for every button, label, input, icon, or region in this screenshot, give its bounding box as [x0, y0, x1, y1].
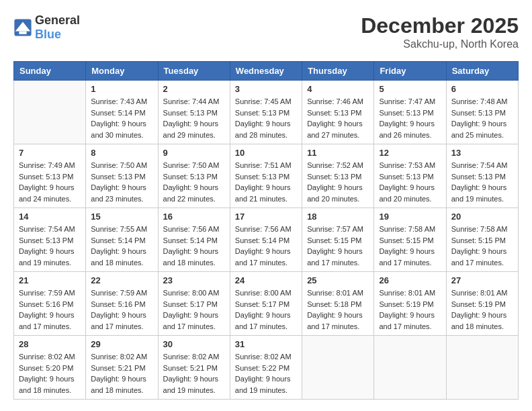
day-info: Sunrise: 8:02 AMSunset: 5:22 PMDaylight:… [235, 351, 297, 396]
day-info: Sunrise: 7:56 AMSunset: 5:14 PMDaylight:… [163, 224, 225, 268]
day-number: 27 [451, 275, 513, 285]
day-cell [302, 336, 374, 400]
day-cell: 8Sunrise: 7:50 AMSunset: 5:13 PMDaylight… [86, 144, 158, 208]
day-cell: 15Sunrise: 7:55 AMSunset: 5:14 PMDayligh… [86, 208, 158, 272]
month-year: December 2025 [361, 13, 519, 38]
week-row-5: 28Sunrise: 8:02 AMSunset: 5:20 PMDayligh… [14, 336, 519, 400]
day-info: Sunrise: 7:48 AMSunset: 5:13 PMDaylight:… [451, 96, 513, 140]
day-info: Sunrise: 8:01 AMSunset: 5:19 PMDaylight:… [379, 287, 441, 332]
day-cell: 9Sunrise: 7:50 AMSunset: 5:13 PMDaylight… [158, 144, 230, 208]
day-info: Sunrise: 8:01 AMSunset: 5:18 PMDaylight:… [307, 287, 369, 332]
day-number: 22 [91, 275, 152, 285]
day-cell: 3Sunrise: 7:45 AMSunset: 5:13 PMDaylight… [230, 81, 302, 144]
day-info: Sunrise: 7:56 AMSunset: 5:14 PMDaylight:… [235, 224, 297, 268]
day-cell: 25Sunrise: 8:01 AMSunset: 5:18 PMDayligh… [302, 272, 374, 336]
day-number: 19 [379, 212, 441, 222]
day-info: Sunrise: 7:57 AMSunset: 5:15 PMDaylight:… [307, 224, 369, 268]
day-info: Sunrise: 7:44 AMSunset: 5:13 PMDaylight:… [163, 96, 225, 140]
day-number: 3 [235, 84, 297, 94]
day-cell: 7Sunrise: 7:49 AMSunset: 5:13 PMDaylight… [14, 144, 86, 208]
day-number: 12 [379, 148, 441, 158]
weekday-header-friday: Friday [374, 62, 446, 81]
day-number: 10 [235, 148, 297, 158]
day-info: Sunrise: 7:54 AMSunset: 5:13 PMDaylight:… [19, 224, 81, 268]
weekday-header-monday: Monday [86, 62, 158, 81]
weekday-header-row: SundayMondayTuesdayWednesdayThursdayFrid… [14, 62, 519, 81]
day-number: 14 [19, 212, 81, 222]
day-number: 6 [451, 84, 513, 94]
day-cell: 22Sunrise: 7:59 AMSunset: 5:16 PMDayligh… [86, 272, 158, 336]
day-cell: 18Sunrise: 7:57 AMSunset: 5:15 PMDayligh… [302, 208, 374, 272]
svg-rect-2 [19, 32, 26, 34]
day-info: Sunrise: 7:52 AMSunset: 5:13 PMDaylight:… [307, 160, 369, 204]
week-row-3: 14Sunrise: 7:54 AMSunset: 5:13 PMDayligh… [14, 208, 519, 272]
day-info: Sunrise: 7:59 AMSunset: 5:16 PMDaylight:… [91, 287, 152, 332]
day-info: Sunrise: 7:54 AMSunset: 5:13 PMDaylight:… [451, 160, 513, 204]
week-row-4: 21Sunrise: 7:59 AMSunset: 5:16 PMDayligh… [14, 272, 519, 336]
calendar: SundayMondayTuesdayWednesdayThursdayFrid… [13, 61, 519, 400]
day-info: Sunrise: 8:01 AMSunset: 5:19 PMDaylight:… [451, 287, 513, 332]
day-number: 8 [91, 148, 152, 158]
day-cell [374, 336, 446, 400]
day-number: 25 [307, 275, 369, 285]
day-cell: 23Sunrise: 8:00 AMSunset: 5:17 PMDayligh… [158, 272, 230, 336]
day-number: 17 [235, 212, 297, 222]
day-cell: 21Sunrise: 7:59 AMSunset: 5:16 PMDayligh… [14, 272, 86, 336]
logo-general: General [35, 13, 80, 27]
day-cell: 20Sunrise: 7:58 AMSunset: 5:15 PMDayligh… [446, 208, 518, 272]
title-area: December 2025 Sakchu-up, North Korea [361, 13, 519, 50]
weekday-header-tuesday: Tuesday [158, 62, 230, 81]
day-cell: 13Sunrise: 7:54 AMSunset: 5:13 PMDayligh… [446, 144, 518, 208]
day-number: 29 [91, 339, 152, 349]
day-number: 28 [19, 339, 81, 349]
logo-icon [13, 18, 32, 37]
day-cell: 10Sunrise: 7:51 AMSunset: 5:13 PMDayligh… [230, 144, 302, 208]
day-number: 7 [19, 148, 81, 158]
day-info: Sunrise: 8:02 AMSunset: 5:20 PMDaylight:… [19, 351, 81, 396]
day-cell: 4Sunrise: 7:46 AMSunset: 5:13 PMDaylight… [302, 81, 374, 144]
day-number: 5 [379, 84, 441, 94]
day-info: Sunrise: 7:50 AMSunset: 5:13 PMDaylight:… [91, 160, 152, 204]
day-info: Sunrise: 8:00 AMSunset: 5:17 PMDaylight:… [163, 287, 225, 332]
day-info: Sunrise: 8:00 AMSunset: 5:17 PMDaylight:… [235, 287, 297, 332]
day-cell: 14Sunrise: 7:54 AMSunset: 5:13 PMDayligh… [14, 208, 86, 272]
day-cell: 6Sunrise: 7:48 AMSunset: 5:13 PMDaylight… [446, 81, 518, 144]
day-number: 1 [91, 84, 152, 94]
logo-blue: Blue [35, 28, 61, 41]
day-number: 20 [451, 212, 513, 222]
day-cell [446, 336, 518, 400]
location: Sakchu-up, North Korea [361, 38, 519, 50]
day-info: Sunrise: 7:51 AMSunset: 5:13 PMDaylight:… [235, 160, 297, 204]
day-info: Sunrise: 7:46 AMSunset: 5:13 PMDaylight:… [307, 96, 369, 140]
day-cell: 29Sunrise: 8:02 AMSunset: 5:21 PMDayligh… [86, 336, 158, 400]
day-number: 15 [91, 212, 152, 222]
day-cell: 19Sunrise: 7:58 AMSunset: 5:15 PMDayligh… [374, 208, 446, 272]
day-number: 16 [163, 212, 225, 222]
day-cell: 12Sunrise: 7:53 AMSunset: 5:13 PMDayligh… [374, 144, 446, 208]
logo: General Blue [13, 13, 80, 42]
day-number: 11 [307, 148, 369, 158]
day-cell: 24Sunrise: 8:00 AMSunset: 5:17 PMDayligh… [230, 272, 302, 336]
day-number: 24 [235, 275, 297, 285]
logo-text: General Blue [35, 13, 80, 42]
weekday-header-thursday: Thursday [302, 62, 374, 81]
day-cell: 1Sunrise: 7:43 AMSunset: 5:14 PMDaylight… [86, 81, 158, 144]
day-number: 31 [235, 339, 297, 349]
day-info: Sunrise: 7:58 AMSunset: 5:15 PMDaylight:… [379, 224, 441, 268]
day-cell: 31Sunrise: 8:02 AMSunset: 5:22 PMDayligh… [230, 336, 302, 400]
day-info: Sunrise: 7:58 AMSunset: 5:15 PMDaylight:… [451, 224, 513, 268]
day-info: Sunrise: 7:43 AMSunset: 5:14 PMDaylight:… [91, 96, 152, 140]
page-header: General Blue December 2025 Sakchu-up, No… [13, 13, 519, 50]
week-row-1: 1Sunrise: 7:43 AMSunset: 5:14 PMDaylight… [14, 81, 519, 144]
day-info: Sunrise: 7:59 AMSunset: 5:16 PMDaylight:… [19, 287, 81, 332]
day-number: 2 [163, 84, 225, 94]
day-info: Sunrise: 8:02 AMSunset: 5:21 PMDaylight:… [91, 351, 152, 396]
day-cell: 5Sunrise: 7:47 AMSunset: 5:13 PMDaylight… [374, 81, 446, 144]
day-cell: 2Sunrise: 7:44 AMSunset: 5:13 PMDaylight… [158, 81, 230, 144]
day-cell: 11Sunrise: 7:52 AMSunset: 5:13 PMDayligh… [302, 144, 374, 208]
day-number: 26 [379, 275, 441, 285]
day-info: Sunrise: 7:50 AMSunset: 5:13 PMDaylight:… [163, 160, 225, 204]
week-row-2: 7Sunrise: 7:49 AMSunset: 5:13 PMDaylight… [14, 144, 519, 208]
day-number: 21 [19, 275, 81, 285]
weekday-header-saturday: Saturday [446, 62, 518, 81]
